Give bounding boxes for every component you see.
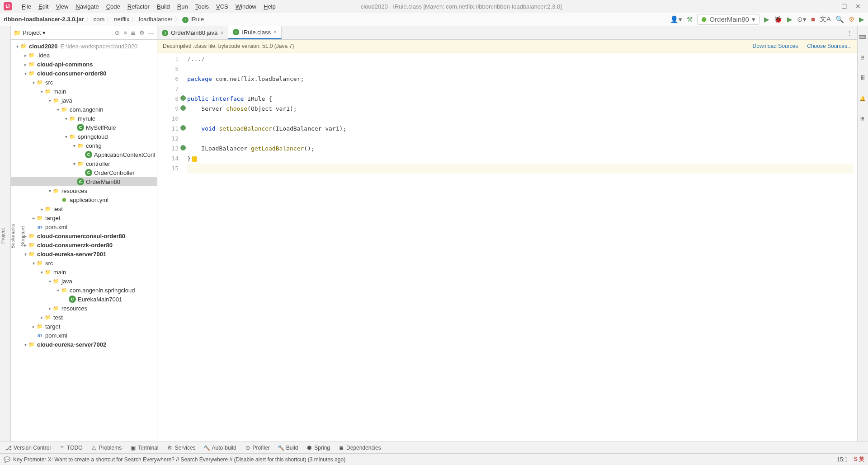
tree-item[interactable]: ▾📁src (11, 258, 157, 268)
toolwindow-problems[interactable]: ⚠Problems (91, 445, 122, 451)
select-opened-icon[interactable]: ⊙ (115, 29, 120, 36)
breadcrumb-item[interactable]: IIRule (182, 16, 204, 23)
expand-arrow-icon[interactable]: ▾ (63, 134, 69, 139)
expand-arrow-icon[interactable]: ▾ (71, 161, 77, 166)
left-strip-bookmarks[interactable]: Bookmarks (10, 220, 15, 252)
stop-icon[interactable]: ■ (811, 15, 815, 23)
banner-link[interactable]: Download Sources (753, 43, 798, 49)
tree-item[interactable]: ▸📁cloud-api-commons (11, 60, 157, 69)
editor-tab[interactable]: IIRule.class× (228, 26, 282, 39)
implements-marker-icon[interactable] (180, 145, 186, 150)
tree-item[interactable]: ▾📁controller (11, 159, 157, 168)
right-strip-notifications[interactable]: 🔔 (860, 92, 866, 105)
tree-item[interactable]: ▾📁main (11, 87, 157, 96)
collapse-all-icon[interactable]: ≣ (131, 29, 136, 36)
code-content[interactable]: /.../ package com.netflix.loadbalancer; … (184, 52, 857, 442)
tree-item[interactable]: ▸📁resources (11, 304, 157, 313)
tree-item[interactable]: ▸📁cloud-consumerzk-order80 (11, 240, 157, 249)
toolwindow-dependencies[interactable]: ≣Dependencies (338, 445, 381, 451)
right-strip-maven[interactable]: m (860, 52, 866, 63)
implements-marker-icon[interactable] (180, 95, 186, 101)
code-line[interactable] (187, 164, 854, 174)
expand-arrow-icon[interactable]: ▸ (31, 324, 36, 329)
tree-item[interactable]: ⬢application.yml (11, 195, 157, 204)
breadcrumb-item[interactable]: com (94, 16, 105, 23)
implements-marker-icon[interactable] (180, 105, 186, 111)
menu-help[interactable]: Help (260, 1, 279, 12)
menu-build[interactable]: Build (153, 1, 174, 12)
tree-item[interactable]: ▸📁target (11, 322, 157, 331)
expand-arrow-icon[interactable]: ▾ (47, 279, 52, 284)
menu-tools[interactable]: Tools (192, 1, 212, 12)
settings-icon[interactable]: ⚙ (139, 29, 145, 36)
tree-item[interactable]: ▾📁cloud-eureka-server7001 (11, 249, 157, 258)
menu-refactor[interactable]: Refactor (124, 1, 153, 12)
tree-item[interactable]: ▾📁com.angenin.springcloud (11, 286, 157, 295)
expand-arrow-icon[interactable]: ▾ (39, 270, 44, 275)
expand-arrow-icon[interactable]: ▸ (23, 53, 28, 58)
expand-arrow-icon[interactable]: ▸ (47, 306, 52, 311)
right-strip-database[interactable]: 🗄 (860, 71, 866, 84)
expand-arrow-icon[interactable]: ▾ (63, 116, 69, 121)
toolwindow-auto-build[interactable]: 🔨Auto-build (204, 445, 236, 451)
editor-tab[interactable]: JOrderMain80.java× (157, 26, 228, 39)
tree-item[interactable]: CMySelfRule (11, 123, 157, 132)
tree-item[interactable]: ▸📁target (11, 213, 157, 222)
tree-item[interactable]: ▸📁test (11, 204, 157, 213)
tree-item[interactable]: ▸📁.idea (11, 51, 157, 60)
expand-arrow-icon[interactable]: ▾ (47, 188, 52, 193)
toolwindow-version-control[interactable]: ⎇Version Control (5, 445, 51, 451)
expand-arrow-icon[interactable]: ▾ (23, 252, 28, 257)
tree-item[interactable]: ▾📁resources (11, 186, 157, 195)
profile-icon[interactable]: ⊙▾ (797, 15, 807, 23)
run-config-selector[interactable]: ⬢ OrderMain80 ▾ (697, 14, 760, 25)
breadcrumb-item[interactable]: ribbon-loadbalancer-2.3.0.jar (4, 16, 84, 23)
close-tab-icon[interactable]: × (274, 29, 277, 35)
tabs-more-icon[interactable]: ⋮ (842, 29, 857, 36)
tree-item[interactable]: ▾📁java (11, 277, 157, 286)
code-line[interactable]: package com.netflix.loadbalancer; (187, 74, 854, 84)
coverage-icon[interactable]: ▶ (787, 15, 793, 23)
expand-all-icon[interactable]: ≡ (123, 29, 127, 36)
build-hammer-icon[interactable]: ⚒ (687, 15, 693, 23)
run-anything-icon[interactable]: ▶ (859, 15, 864, 23)
code-line[interactable]: ILoadBalancer getLoadBalancer(); (187, 144, 854, 154)
close-icon[interactable]: ✕ (855, 3, 861, 10)
toolwindow-todo[interactable]: ≡TODO (59, 445, 82, 451)
menu-code[interactable]: Code (103, 1, 124, 12)
left-strip-structure[interactable]: Structure (20, 222, 25, 250)
menu-run[interactable]: Run (174, 1, 192, 12)
toolwindow-terminal[interactable]: ▣Terminal (130, 445, 158, 451)
tree-item[interactable]: CApplicationContextConf (11, 150, 157, 159)
expand-arrow-icon[interactable]: ▾ (55, 107, 61, 112)
tree-item[interactable]: ▾📁com.angenin (11, 105, 157, 114)
user-icon[interactable]: 👤▾ (670, 15, 682, 23)
expand-arrow-icon[interactable]: ▾ (71, 143, 77, 148)
hide-icon[interactable]: — (148, 29, 154, 36)
code-line[interactable]: void setLoadBalancer(ILoadBalancer var1)… (187, 124, 854, 134)
expand-arrow-icon[interactable]: ▾ (39, 89, 44, 94)
right-strip-hierarchy[interactable]: ⊞ (860, 113, 866, 124)
tree-item[interactable]: ▾📁java (11, 96, 157, 105)
menu-edit[interactable]: Edit (35, 1, 52, 12)
code-line[interactable]: public interface IRule { (187, 94, 854, 104)
code-line[interactable] (187, 134, 854, 144)
minimize-icon[interactable]: — (827, 3, 833, 10)
left-strip-project[interactable]: Project (0, 225, 5, 247)
expand-arrow-icon[interactable]: ▾ (55, 288, 61, 293)
maximize-icon[interactable]: ☐ (841, 3, 847, 10)
menu-file[interactable]: File (18, 1, 35, 12)
search-icon[interactable]: 🔍 (835, 15, 844, 23)
code-editor[interactable]: 156789101112131415 /.../ package com.net… (157, 52, 857, 442)
expand-arrow-icon[interactable]: ▾ (23, 71, 28, 76)
toolwindow-spring[interactable]: ⬢Spring (306, 445, 330, 451)
debug-icon[interactable]: 🐞 (774, 15, 783, 23)
expand-arrow-icon[interactable]: ▸ (31, 216, 36, 221)
code-line[interactable]: } (187, 154, 854, 164)
tree-item[interactable]: ▾📁main (11, 268, 157, 277)
toolwindow-services[interactable]: ⚙Services (167, 445, 196, 451)
implements-marker-icon[interactable] (180, 125, 186, 131)
tree-item[interactable]: ▾📁cloud-eureka-server7002 (11, 340, 157, 349)
translate-icon[interactable]: 文A (820, 15, 831, 23)
run-icon[interactable]: ▶ (764, 15, 769, 23)
